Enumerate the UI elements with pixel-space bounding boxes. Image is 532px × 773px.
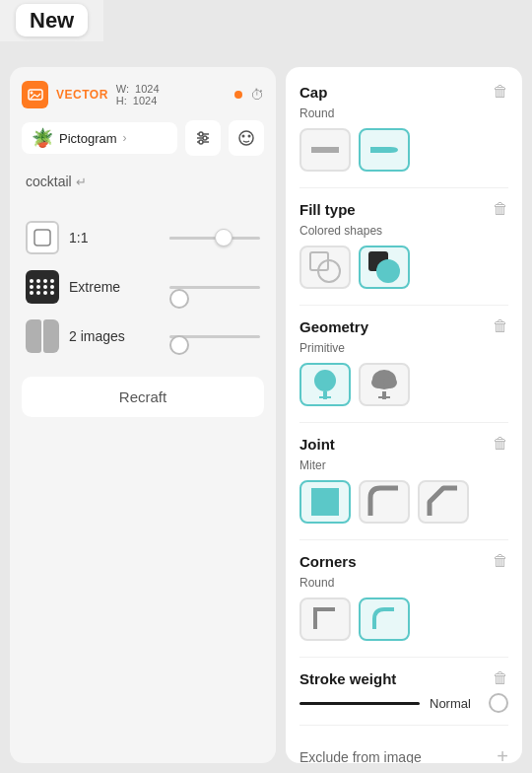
joint-options [299, 480, 508, 524]
page-title: New [16, 4, 88, 36]
stroke-row: Normal [299, 693, 508, 713]
fill-type-section-header: Fill type 🗑 [299, 200, 508, 218]
svg-point-1 [30, 92, 33, 95]
svg-rect-23 [311, 488, 325, 502]
pictogram-chip[interactable]: 🪴 Pictogram › [22, 122, 177, 154]
joint-section-header: Joint 🗑 [299, 435, 508, 453]
vector-header: VECTOR W:1024 H:1024 ⏱ [22, 79, 264, 110]
header: New [0, 0, 103, 41]
height-label: H:1024 [116, 95, 163, 106]
svg-rect-17 [319, 396, 331, 398]
vector-label: VECTOR [56, 88, 108, 102]
ratio-label: 1:1 [69, 230, 160, 246]
cap-flat-chip[interactable] [299, 128, 351, 172]
stroke-radio[interactable] [489, 693, 508, 713]
geometry-simple-chip[interactable] [299, 363, 351, 406]
cap-sub-label: Round [299, 106, 508, 120]
corners-section-header: Corners 🗑 [299, 552, 508, 570]
svg-point-7 [199, 140, 203, 144]
svg-rect-24 [311, 502, 325, 516]
svg-point-20 [383, 377, 397, 388]
cap-divider [299, 187, 508, 188]
corners-options [299, 597, 508, 641]
cap-section-header: Cap 🗑 [299, 83, 508, 101]
images-label: 2 images [69, 328, 160, 344]
stroke-weight-section-header: Stroke weight 🗑 [299, 669, 508, 687]
fill-divider [299, 305, 508, 306]
images-option-row: 2 images [22, 312, 264, 361]
vector-dims: W:1024 H:1024 [116, 83, 223, 106]
svg-point-19 [371, 377, 385, 388]
exclude-row: Exclude from image + [299, 738, 508, 763]
cap-options [299, 128, 508, 172]
joint-divider [299, 539, 508, 540]
corners-divider [299, 657, 508, 658]
recraft-button[interactable]: Recraft [22, 377, 264, 417]
vector-icon [22, 81, 48, 108]
exclude-label: Exclude from image [299, 749, 422, 764]
svg-point-8 [239, 131, 253, 145]
stroke-line [299, 702, 420, 705]
images-slider[interactable] [169, 335, 260, 338]
svg-rect-12 [311, 147, 333, 153]
images-thumb [26, 319, 59, 353]
cap-round-chip[interactable] [359, 128, 410, 172]
joint-round-chip[interactable] [359, 480, 410, 524]
corners-round-chip[interactable] [359, 597, 410, 641]
svg-point-15 [314, 370, 336, 391]
fill-type-sub-label: Colored shapes [299, 224, 508, 238]
adjust-icon-btn[interactable] [185, 120, 221, 156]
svg-point-9 [242, 135, 245, 138]
style-icon-btn[interactable] [229, 120, 264, 156]
svg-rect-13 [333, 147, 339, 153]
exclude-plus-button[interactable]: + [497, 745, 508, 763]
stroke-weight-delete-icon[interactable]: 🗑 [493, 669, 508, 687]
width-label: W:1024 [116, 83, 166, 95]
chevron-right-icon: › [123, 131, 127, 145]
corners-title: Corners [299, 553, 357, 570]
svg-rect-14 [370, 147, 390, 153]
return-arrow: ↵ [76, 175, 87, 189]
keyword-area: cocktail ↵ [22, 168, 264, 205]
fill-type-title: Fill type [299, 201, 356, 218]
svg-point-10 [248, 135, 251, 138]
fill-colored-chip[interactable] [359, 246, 410, 289]
keyword-text: cocktail [26, 174, 72, 189]
ratio-slider[interactable] [169, 237, 260, 240]
svg-point-6 [203, 136, 207, 140]
extreme-slider[interactable] [169, 286, 260, 289]
clock-icon[interactable]: ⏱ [250, 87, 264, 103]
ratio-option-row: 1:1 [22, 213, 264, 262]
cap-delete-icon[interactable]: 🗑 [493, 83, 508, 101]
extreme-label: Extreme [69, 279, 160, 295]
svg-rect-11 [34, 230, 50, 246]
joint-delete-icon[interactable]: 🗑 [493, 435, 508, 453]
geometry-sub-label: Primitive [299, 341, 508, 355]
geometry-complex-chip[interactable] [359, 363, 410, 406]
geometry-divider [299, 422, 508, 423]
pictogram-row: 🪴 Pictogram › [22, 120, 264, 156]
pictogram-label: Pictogram [59, 131, 117, 146]
svg-rect-22 [378, 396, 390, 398]
corners-sub-label: Round [299, 576, 508, 590]
fill-outline-chip[interactable] [299, 246, 351, 289]
plant-icon: 🪴 [32, 127, 53, 149]
geometry-options [299, 363, 508, 406]
joint-miter-chip[interactable] [299, 480, 351, 524]
extreme-thumb [26, 270, 59, 304]
fill-type-delete-icon[interactable]: 🗑 [493, 200, 508, 218]
corners-sharp-chip[interactable] [299, 597, 351, 641]
right-panel: Cap 🗑 Round Fill type 🗑 Colored shapes [286, 67, 522, 763]
fill-type-options [299, 246, 508, 289]
corners-delete-icon[interactable]: 🗑 [493, 552, 508, 570]
ratio-thumb [26, 221, 59, 254]
options-section: 1:1 Extreme [22, 213, 264, 361]
stroke-divider [299, 725, 508, 726]
geometry-title: Geometry [299, 318, 368, 335]
geometry-delete-icon[interactable]: 🗑 [493, 317, 508, 335]
extreme-option-row: Extreme [22, 262, 264, 312]
stroke-label: Normal [430, 696, 479, 711]
orange-dot [234, 91, 242, 99]
joint-bevel-chip[interactable] [418, 480, 469, 524]
cap-title: Cap [299, 84, 327, 101]
